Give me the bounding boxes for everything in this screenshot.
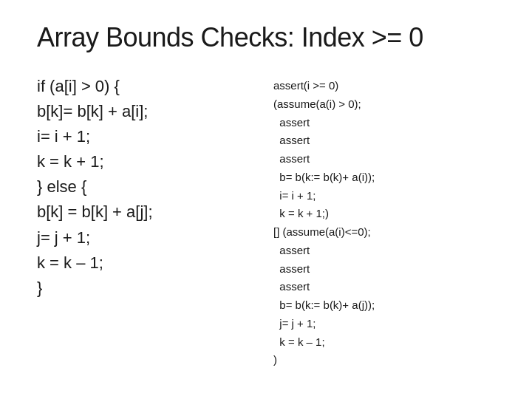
right-code-line: assert — [273, 114, 495, 132]
left-code-block: if (a[i] > 0) { b[k]= b[k] + a[i]; i= i … — [37, 74, 244, 377]
right-code-line: b= b(k:= b(k)+ a(j)); — [273, 296, 495, 315]
left-code-line: k = k – 1; — [37, 250, 244, 276]
right-code-block: assert(i >= 0)(assume(a(i) > 0); assert … — [273, 74, 495, 377]
right-code-line: i= i + 1; — [273, 187, 495, 205]
right-code-line: assert — [273, 132, 495, 150]
left-code-line: b[k]= b[k] + a[i]; — [37, 99, 244, 124]
right-code-line: assert — [273, 150, 495, 168]
right-code-line: assert — [273, 278, 495, 296]
right-code-line: assert — [273, 242, 495, 260]
right-code-line: [] (assume(a(i)<=0); — [273, 223, 495, 242]
page-title: Array Bounds Checks: Index >= 0 — [37, 22, 495, 53]
left-code-line: if (a[i] > 0) { — [37, 74, 244, 99]
right-code-line: (assume(a(i) > 0); — [273, 95, 495, 114]
right-code-line: b= b(k:= b(k)+ a(i)); — [273, 168, 495, 187]
left-code-line: i= i + 1; — [37, 124, 244, 149]
left-code-line: } — [37, 276, 244, 301]
left-code-line: } else { — [37, 174, 244, 200]
right-code-line: ) — [273, 351, 495, 369]
right-code-line: j= j + 1; — [273, 315, 495, 333]
right-code-line: assert — [273, 260, 495, 279]
page: Array Bounds Checks: Index >= 0 if (a[i]… — [0, 0, 532, 399]
left-code-line: j= j + 1; — [37, 225, 244, 250]
content-area: if (a[i] > 0) { b[k]= b[k] + a[i]; i= i … — [37, 74, 495, 377]
left-code-line: b[k] = b[k] + a[j]; — [37, 200, 244, 225]
right-code-line: k = k + 1;) — [273, 205, 495, 223]
left-code-line: k = k + 1; — [37, 149, 244, 174]
right-code-line: assert(i >= 0) — [273, 77, 495, 95]
right-code-line: k = k – 1; — [273, 333, 495, 352]
